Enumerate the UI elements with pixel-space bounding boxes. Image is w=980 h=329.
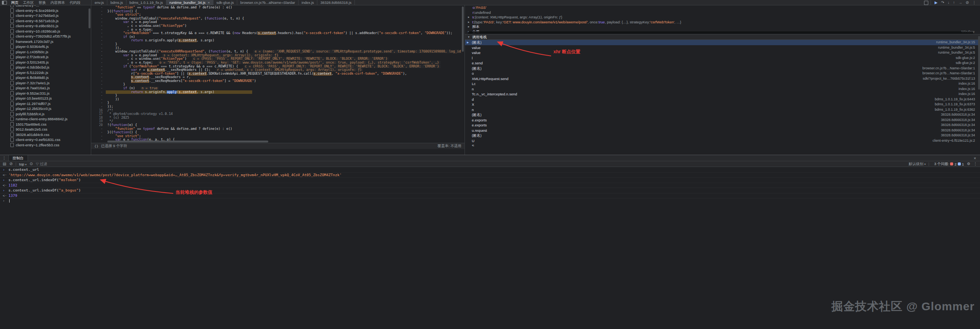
issues-counter[interactable]: 3 个问题: 2 1	[934, 162, 964, 167]
line-number[interactable]: 17	[91, 112, 106, 116]
context-selector[interactable]: top ▾	[19, 162, 26, 166]
scope-variable[interactable]: r: undefined	[465, 10, 980, 15]
call-stack-frame[interactable]: nindex.js:16	[465, 87, 980, 92]
step-button[interactable]: →	[959, 0, 962, 5]
call-stack-frame[interactable]: Lcindex.js:16	[465, 81, 980, 87]
line-number[interactable]: -	[91, 10, 106, 13]
code-content[interactable]: var e = function(e, a, t, o) {	[106, 138, 461, 141]
code-content[interactable]: )),	[106, 46, 461, 50]
code-content[interactable]: }	[106, 101, 461, 105]
code-content[interactable]: "use strict";	[106, 134, 461, 138]
step-into-button[interactable]: ↓	[948, 0, 950, 5]
code-content[interactable]: */	[106, 119, 461, 123]
line-number[interactable]: 19	[91, 119, 106, 123]
toggle-navigator-icon[interactable]	[2, 1, 7, 5]
file-tree-item[interactable]: client-entry~8.5671eb1b.js	[0, 18, 91, 24]
line-number[interactable]: -	[91, 90, 106, 94]
file-tree-item[interactable]: player-8.7aa016a1.js	[0, 85, 91, 91]
call-stack-frame[interactable]: XMLHttpRequest.sendsdk/?project_ke…766b5…	[465, 76, 980, 82]
live-expression-icon[interactable]: ⊙	[30, 161, 33, 167]
file-tab[interactable]: browser.cn.js?b...alName=Slardar	[237, 0, 299, 5]
code-editor[interactable]: - "function" == typeof define && define.…	[91, 5, 465, 155]
call-stack-frame[interactable]: e.exports38328.8d666318.js:34	[465, 123, 980, 128]
code-content[interactable]: s.context.__secReqHeaders = r,	[106, 75, 461, 79]
file-tree-item[interactable]: client-entry~73920d62.ef3577f9.js	[0, 34, 91, 39]
line-number[interactable]: -	[91, 35, 106, 39]
call-stack-frame[interactable]: dbdms_1.0.1.19_fix.js:6443	[465, 97, 980, 102]
code-content[interactable]: var s = e.payloads = {context: XMLHttpRe…	[106, 54, 461, 57]
file-tab[interactable]: index.js	[299, 0, 317, 5]
line-number[interactable]: -	[91, 6, 106, 10]
line-number[interactable]: -	[91, 68, 106, 72]
call-stack-header[interactable]: ▾ 调用堆栈	[465, 34, 980, 40]
code-content[interactable]: var r = s.context.__secReqHeaders || {};…	[106, 68, 461, 72]
line-number[interactable]: -	[91, 127, 106, 131]
file-tree-item[interactable]: client-entry~6.5ce26949.js	[0, 8, 91, 13]
call-stack-frame[interactable]: e.exports38328.8d666318.js:34	[465, 118, 980, 123]
close-drawer-icon[interactable]: ×	[970, 156, 980, 160]
code-content[interactable]: r["x-secsdk-csrf-token"] || (s.context.S…	[106, 72, 461, 76]
file-tree-item[interactable]: client-entry~0.eef91831.css	[0, 137, 91, 142]
editor-vertical-scrollbar[interactable]	[462, 7, 464, 52]
code-content[interactable]: , c = window.use("ActionType")c = {PASS:…	[106, 57, 461, 61]
file-tree-item[interactable]: 150175a489e6.css	[0, 122, 91, 127]
step-over-button[interactable]: ↷	[941, 0, 944, 5]
line-number[interactable]: -	[91, 17, 106, 21]
file-tree-item[interactable]: player-6.fb0b89d0.js	[0, 75, 91, 80]
line-number[interactable]: -	[91, 39, 106, 43]
navigator-scrollbar[interactable]	[89, 8, 90, 28]
code-content[interactable]: if (n)	[106, 35, 461, 39]
file-tab[interactable]: bdms.js	[107, 0, 126, 5]
file-tree-item[interactable]: polyfill.f1bb5fc4.js	[0, 111, 91, 117]
code-content[interactable]: * (c) 2025	[106, 116, 461, 120]
call-stack-frame[interactable]: nbdms_1.0.1.19_fix.js:6362	[465, 107, 980, 113]
code-content[interactable]: * @byted/secsdk-strategy v1.0.14	[106, 112, 461, 116]
code-content[interactable]: window.registToGlobal("executeXHRRequest…	[106, 50, 461, 54]
console-more-icon[interactable]: ⋮	[973, 161, 977, 167]
line-number[interactable]: -	[91, 13, 106, 17]
console-settings-icon[interactable]: ⚙	[967, 161, 970, 167]
navigator-tab[interactable]: 工作区	[21, 0, 36, 5]
call-stack-frame[interactable]: (匿名)browser.cn.js?b…Name=Slardar:1	[465, 66, 980, 71]
scope-variable[interactable]: ▸s: {context: XMLHttpRequest, args: Arra…	[465, 15, 980, 20]
drawer-menu-icon[interactable]: ⋮	[0, 156, 8, 160]
line-number[interactable]: -	[91, 31, 106, 35]
scope-variable[interactable]: o: 'PASS'	[465, 5, 980, 10]
navigator-tab[interactable]: 替换	[36, 0, 48, 5]
line-number[interactable]: -	[91, 57, 106, 61]
navigator-tab[interactable]: 内容脚本	[48, 0, 67, 5]
file-tree-item[interactable]: 9012.6ea8c2e5.css	[0, 127, 91, 132]
code-content[interactable]: s.context.__secReqHeaders["x-secsdk-csrf…	[106, 79, 461, 83]
scope-variable[interactable]: ▸t: {type: 'PASS', key: 'GET: www.douyin…	[465, 20, 980, 25]
call-stack-frame[interactable]: u.request38328.8d666318.js:34	[465, 128, 980, 133]
file-tree-item[interactable]: player-1.c435f60c.js	[0, 49, 91, 55]
code-content[interactable]: "function" == typeof define && define.am…	[106, 127, 461, 131]
step-out-button[interactable]: ↑	[953, 0, 955, 5]
line-number[interactable]: -	[91, 20, 106, 24]
line-number[interactable]: -	[91, 72, 106, 76]
line-number[interactable]: -	[91, 94, 106, 98]
line-number[interactable]: 18	[91, 116, 106, 120]
call-stack-frame[interactable]: (匿名)38328.8d666318.js:34	[465, 112, 980, 118]
code-content[interactable]: }	[106, 94, 461, 98]
scope-horizontal-scrollbar[interactable]	[468, 31, 973, 34]
code-content[interactable]: !(function(e) {	[106, 123, 461, 127]
code-content[interactable]: , o = e.type;o = "PASS", t = {type: 'PAS…	[106, 61, 461, 65]
file-tree-item[interactable]: player-0.50364ef6.js	[0, 44, 91, 49]
line-number[interactable]: -	[91, 28, 106, 32]
line-number[interactable]: -	[91, 131, 106, 134]
code-content[interactable]: }((function() {	[106, 131, 461, 134]
call-stack-frame[interactable]: (匿名)runtime_bundler_34.js:15	[465, 40, 980, 45]
code-content[interactable]: if ("csrfWebToken" === t.strategyKey && …	[106, 65, 461, 69]
file-tab[interactable]: env.js	[92, 0, 107, 5]
file-tree-item[interactable]: player-10.bee60123.js	[0, 96, 91, 101]
file-tab[interactable]: runtime_bundler_34.js×	[166, 0, 213, 5]
file-tree-item[interactable]: player-11.2974df07.js	[0, 101, 91, 106]
line-number[interactable]: -	[91, 79, 106, 83]
code-content[interactable]: ))	[106, 98, 461, 101]
file-tree-item[interactable]: player-2.f72e8ce8.js	[0, 54, 91, 60]
tab-console[interactable]: 控制台	[8, 155, 28, 161]
code-content[interactable]: }((function() {	[106, 10, 461, 13]
call-stack-frame[interactable]: Tc.n._vc_intercepted.n.sendindex.js:16	[465, 92, 980, 97]
line-number[interactable]: -	[91, 43, 106, 46]
